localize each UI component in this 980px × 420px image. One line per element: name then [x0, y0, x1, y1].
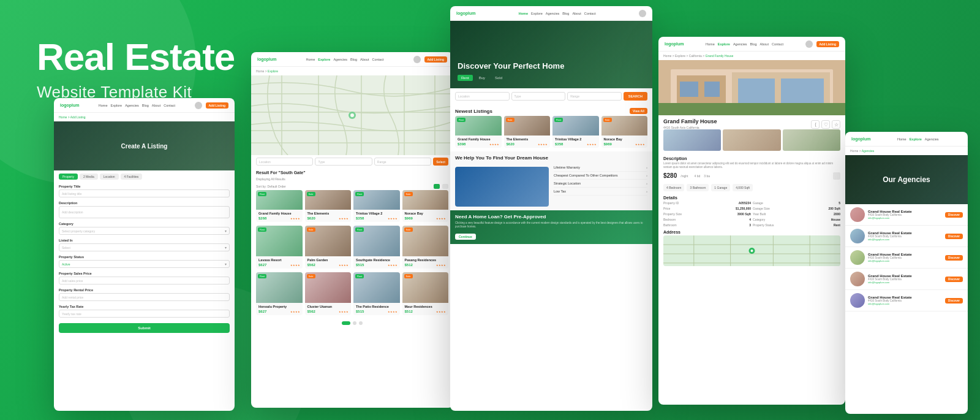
list-item[interactable]: Rent Lavasa Resort $627 ★★★★ — [256, 226, 303, 269]
bookmark-icon[interactable]: ☆ — [832, 120, 840, 129]
input-sales-price[interactable]: Add sales price — [59, 277, 230, 284]
grid-view-icon[interactable] — [434, 184, 440, 189]
detail-house-svg — [658, 60, 845, 115]
nav-about[interactable]: About — [152, 104, 160, 107]
agency-item[interactable]: Grand House Real Estate 4416 South Body … — [845, 226, 968, 247]
nav-agencies[interactable]: Agencies — [125, 104, 139, 107]
tab-buy[interactable]: Buy — [475, 75, 489, 81]
navbar-cta[interactable]: Add Listing — [206, 102, 229, 109]
input-rental-price[interactable]: Add rental price — [59, 293, 230, 301]
detail-action-icon[interactable] — [833, 172, 840, 180]
agency-discover-btn[interactable]: Discover — [945, 234, 963, 239]
nav-explore-h[interactable]: Explore — [531, 12, 543, 15]
filter-range[interactable]: Range — [374, 158, 431, 166]
list-item[interactable]: Rent The Patio Residence $515 ★★★★ — [353, 272, 400, 315]
tab-rent[interactable]: Rent — [458, 75, 473, 81]
navbar-cta-explore[interactable]: Add Listing — [424, 56, 448, 63]
heart-icon[interactable]: ♡ — [821, 120, 830, 129]
list-item[interactable]: Rent Grand Family House $398★★★★ — [455, 116, 502, 148]
select-category[interactable]: Select property category▾ — [59, 227, 230, 235]
nav-about-e[interactable]: About — [360, 58, 369, 61]
tab-media[interactable]: 2 Media — [80, 174, 98, 180]
nav-contact-h[interactable]: Contact — [584, 12, 596, 15]
list-item[interactable]: Rent Trinitas Village 2 $358 ★★★★ — [353, 190, 400, 222]
loan-cta-btn[interactable]: Continue — [455, 234, 476, 240]
home-search-range[interactable]: Range — [567, 92, 622, 101]
nav-contact-e[interactable]: Contact — [372, 58, 383, 61]
list-item[interactable]: Rent Trinitas Village 2 $358★★★★ — [552, 116, 599, 148]
nav-explore-ag[interactable]: Explore — [910, 137, 922, 141]
prop-stars: ★★★★ — [339, 264, 349, 267]
share-icon[interactable]: ⟨ — [811, 120, 820, 129]
list-item[interactable]: Sale Pasang Residences $512 ★★★★ — [402, 226, 449, 269]
agency-discover-btn[interactable]: Discover — [945, 212, 963, 218]
prop-badge: Sale — [506, 118, 514, 122]
list-item[interactable]: Sale Cluster Utaman $562 ★★★★ — [305, 272, 352, 315]
select-listed-in[interactable]: Select▾ — [59, 243, 230, 251]
list-item[interactable]: Rent Grand Family House $268 ★★★★ — [256, 190, 303, 222]
list-item[interactable]: Sale Palm Garden $562 ★★★★ — [305, 226, 352, 269]
list-view-icon[interactable] — [442, 184, 448, 189]
tab-location[interactable]: Location — [100, 174, 119, 180]
filter-type[interactable]: Type — [315, 158, 372, 166]
list-item[interactable]: Rent Southgate Residence $515 ★★★★ — [353, 226, 400, 269]
agency-discover-btn[interactable]: Discover — [945, 255, 963, 261]
view-all-btn[interactable]: View All — [630, 108, 647, 114]
input-description[interactable]: Add description — [59, 206, 230, 218]
nav-home-d[interactable]: Home — [706, 42, 715, 46]
agency-discover-btn[interactable]: Discover — [945, 298, 963, 304]
nav-blog-d[interactable]: Blog — [750, 42, 757, 46]
pagination-dot[interactable] — [359, 321, 363, 325]
list-item[interactable]: Rent Honoalu Property $627 ★★★★ — [256, 272, 303, 315]
submit-listing-button[interactable]: Submit — [59, 323, 230, 333]
agency-avatar-3 — [850, 250, 865, 265]
navbar-cta-detail[interactable]: Add Listing — [816, 41, 840, 47]
home-search-btn[interactable]: SEARCH — [624, 92, 647, 101]
prop-img: Sale — [305, 190, 352, 210]
list-item[interactable]: Sale Norace Bay $969 ★★★★ — [402, 190, 449, 222]
nav-home-e[interactable]: Home — [306, 58, 315, 61]
nav-home[interactable]: Home — [99, 104, 108, 107]
prop-name: Cluster Utaman — [307, 305, 349, 308]
nav-agencies-d[interactable]: Agencies — [733, 42, 747, 46]
nav-agencies-ag[interactable]: Agencies — [925, 137, 939, 141]
nav-home-ag[interactable]: Home — [897, 137, 907, 141]
detail-val: A055234 — [739, 201, 751, 205]
list-item[interactable]: Sale Maur Residences $512 ★★★★ — [402, 272, 449, 315]
nav-blog-e[interactable]: Blog — [350, 58, 357, 61]
nav-blog-h[interactable]: Blog — [562, 12, 569, 15]
agency-item[interactable]: Grand House Real Estate 4416 South Body … — [845, 247, 968, 269]
pagination-dot[interactable] — [353, 321, 356, 325]
pagination-dot[interactable] — [342, 321, 350, 325]
list-item[interactable]: Sale The Elements $620 ★★★★ — [305, 190, 352, 222]
input-property-title[interactable]: Add listing title — [59, 189, 230, 197]
nav-explore[interactable]: Explore — [111, 104, 123, 107]
home-search-location[interactable]: Location — [455, 92, 510, 101]
filter-location[interactable]: Location — [256, 158, 313, 166]
nav-explore-d[interactable]: Explore — [718, 42, 730, 46]
explore-search-btn[interactable]: Select — [433, 158, 448, 166]
tab-facilities[interactable]: 4 Facilities — [121, 174, 143, 180]
newest-listings-header: Newest Listings View All — [450, 104, 652, 116]
agency-item[interactable]: Grand House Real Estate 4416 South Body … — [845, 290, 968, 311]
agency-discover-btn[interactable]: Discover — [945, 277, 963, 282]
nav-home-h[interactable]: Home — [519, 12, 528, 15]
tab-sold[interactable]: Sold — [491, 75, 506, 81]
tab-property[interactable]: Property — [59, 174, 78, 180]
nav-explore-e[interactable]: Explore — [318, 58, 330, 61]
agency-item[interactable]: Grand House Real Estate 4416 South Body … — [845, 204, 968, 226]
list-item[interactable]: Sale The Elements $620★★★★ — [504, 116, 551, 148]
nav-about-h[interactable]: About — [572, 12, 581, 15]
nav-contact-d[interactable]: Contact — [772, 42, 783, 46]
list-item[interactable]: Sale Norace Bay $969★★★★ — [601, 116, 648, 148]
nav-agencies-h[interactable]: Agencies — [546, 12, 560, 15]
nav-contact[interactable]: Contact — [164, 104, 175, 107]
agency-item[interactable]: Grand House Real Estate 4416 South Body … — [845, 269, 968, 290]
input-tax-rate[interactable]: Yearly tax rate — [59, 310, 230, 318]
nav-about-d[interactable]: About — [760, 42, 769, 46]
nav-agencies-e[interactable]: Agencies — [333, 58, 347, 61]
nav-blog[interactable]: Blog — [142, 104, 149, 107]
breadcrumb-text: Home > Add Listing — [59, 115, 86, 119]
select-status[interactable]: Active▾ — [59, 260, 230, 268]
home-search-type[interactable]: Type — [511, 92, 566, 101]
